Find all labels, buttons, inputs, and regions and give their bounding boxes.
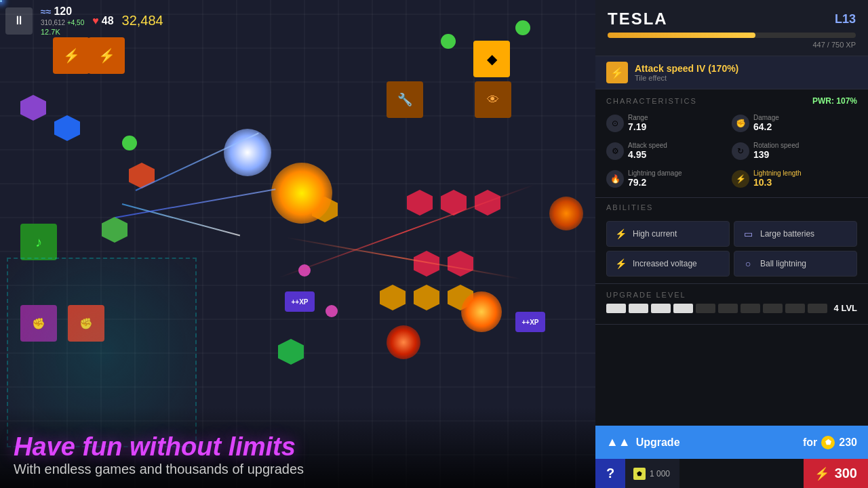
ball-lightning-label: Ball lightning [760, 259, 806, 268]
upgrade-block-8 [763, 304, 783, 313]
upgrade-block-10 [808, 304, 827, 313]
upgrade-cost-value: 230 [839, 436, 857, 449]
explosion-effect [271, 163, 332, 224]
explosion-effect [461, 291, 502, 332]
upgrade-blocks [606, 304, 827, 313]
promo-subtitle: With endless games and thousands of upgr… [14, 462, 582, 477]
dps-stat: 12.7K [41, 28, 84, 36]
lightning-damage-label: Lightning damage [628, 169, 732, 177]
currency-spacer [679, 459, 804, 488]
increased-voltage-label: Increased voltage [633, 259, 697, 268]
stat-attack-speed: ⚙ Attack speed 4.95 [606, 139, 732, 163]
characteristics-section: CHARACTERISTICS PWR: 107% ⊙ Range 7.19 ✊… [595, 89, 868, 198]
ability-ball-lightning[interactable]: ○ Ball lightning [734, 251, 857, 277]
effect-name: Attack speed IV (170%) [635, 63, 738, 74]
ability-increased-voltage[interactable]: ⚡ Increased voltage [606, 251, 730, 277]
stat-damage: ✊ Damage 64.2 [732, 111, 857, 135]
tower-header: TESLA L13 447 / 750 XP [595, 0, 868, 56]
attack-speed-info: Attack speed 4.95 [628, 142, 732, 160]
circle-obstacle [122, 136, 137, 150]
xp-text: 447 / 750 XP [608, 41, 856, 49]
upgrade-block-6 [718, 304, 738, 313]
lightning-damage-value: 79.2 [628, 177, 732, 188]
upgrade-level-value: 4 LVL [834, 303, 857, 313]
pwr-badge: PWR: 107% [812, 96, 857, 106]
damage-label: Damage [753, 114, 857, 121]
help-button[interactable]: ? [595, 459, 625, 488]
xp-badge: ++XP [285, 291, 315, 312]
rotation-icon: ↻ [732, 142, 749, 160]
pause-button[interactable]: ⏸ [5, 7, 33, 35]
tower-level: L13 [835, 12, 856, 26]
tile-effect-text: Attack speed IV (170%) Tile effect [635, 63, 738, 82]
explosion-effect [387, 325, 420, 359]
bottom-overlay: Have fun without limits With endless gam… [0, 407, 595, 488]
high-current-label: High current [633, 229, 677, 239]
action-tile[interactable]: 🔧 [387, 81, 423, 118]
damage-icon: ✊ [732, 115, 749, 132]
circle-obstacle [441, 34, 456, 49]
action-tile[interactable]: ◆ [473, 41, 510, 77]
rotation-value: 139 [753, 149, 857, 160]
ability-large-batteries[interactable]: ▭ Large batteries [734, 221, 857, 247]
ability-high-current[interactable]: ⚡ High current [606, 221, 730, 247]
action-tile[interactable]: ⚡ [88, 37, 125, 74]
currency-small-icon: ⬟ [633, 468, 646, 480]
xp-bar-fill [608, 33, 755, 38]
upgrade-level-header: 4 LVL [606, 303, 857, 313]
wave-stat: ≈≈ 120 [41, 5, 84, 18]
explosion-effect [549, 197, 583, 230]
tile-effect-icon: ⚡ [606, 62, 628, 83]
upgrade-button[interactable]: ▲▲ Upgrade for ⬟ 230 [595, 426, 868, 459]
stats-grid: ⊙ Range 7.19 ✊ Damage 64.2 ⚙ Attack spee… [606, 111, 857, 190]
currency-bar: ? ⬟ 1 000 ⚡ 300 [595, 459, 868, 488]
range-info: Range 7.19 [628, 114, 732, 132]
upgrade-btn-label: Upgrade [636, 436, 680, 449]
increased-voltage-icon: ⚡ [614, 257, 627, 270]
explosion-effect [224, 129, 271, 176]
ball-lightning-icon: ○ [741, 257, 755, 270]
upgrade-block-2 [629, 304, 648, 313]
large-batteries-icon: ▭ [741, 227, 755, 241]
game-area: ⚡ ⚡ ♪ ✊ ✊ 🔧 👁 ◆ ++XP ++XP ⏸ ≈≈ 120 310,6… [0, 0, 595, 488]
lightning-damage-info: Lightning damage 79.2 [628, 169, 732, 188]
stat-lightning-damage: 🔥 Lightning damage 79.2 [606, 167, 732, 190]
characteristics-header: CHARACTERISTICS PWR: 107% [606, 96, 857, 106]
stat-lightning-length: ⚡ Lightning length 10.3 [732, 167, 857, 190]
lightning-length-icon: ⚡ [732, 170, 749, 188]
upgrade-block-4 [673, 304, 693, 313]
currency-small-amount: 1 000 [650, 469, 670, 479]
large-batteries-label: Large batteries [760, 229, 814, 239]
stat-range: ⊙ Range 7.19 [606, 111, 732, 135]
upgrade-block-3 [651, 304, 671, 313]
abilities-title: ABILITIES [606, 203, 857, 211]
circle-obstacle [326, 305, 338, 317]
lightning-damage-icon: 🔥 [606, 170, 624, 188]
right-panel: TESLA L13 447 / 750 XP ⚡ Attack speed IV… [595, 0, 868, 488]
coin-icon: ⬟ [821, 436, 835, 449]
upgrade-cost-display: for ⬟ 230 [803, 436, 857, 449]
action-tile[interactable]: ⚡ [53, 37, 90, 74]
action-tile[interactable]: 👁 [475, 81, 511, 118]
attack-speed-label: Attack speed [628, 142, 732, 149]
upgrade-level-title: UPGRADE LEVEL [606, 291, 857, 299]
range-label: Range [628, 114, 732, 121]
currency-lightning-icon: ⚡ [814, 466, 829, 481]
upgrade-block-1 [606, 304, 626, 313]
upgrade-block-9 [785, 304, 805, 313]
upgrade-level-section: UPGRADE LEVEL 4 LVL [595, 284, 868, 325]
currency-main-display[interactable]: ⚡ 300 [804, 459, 868, 488]
xp-badge: ++XP [515, 312, 545, 332]
hud-top: ⏸ ≈≈ 120 310,612 +4,50 12.7K ♥ 48 32,484 [5, 5, 163, 36]
attack-speed-value: 4.95 [628, 149, 732, 160]
lightning-length-value: 10.3 [753, 177, 857, 188]
circle-obstacle [515, 20, 530, 35]
range-value: 7.19 [628, 121, 732, 132]
sub-score: 310,612 +4,50 [41, 19, 84, 26]
effect-label: Tile effect [635, 74, 738, 82]
action-tile[interactable]: ♪ [20, 224, 57, 260]
tile-effect-banner: ⚡ Attack speed IV (170%) Tile effect [595, 56, 868, 89]
range-icon: ⊙ [606, 115, 624, 132]
damage-info: Damage 64.2 [753, 114, 857, 132]
xp-bar-background [608, 33, 856, 38]
